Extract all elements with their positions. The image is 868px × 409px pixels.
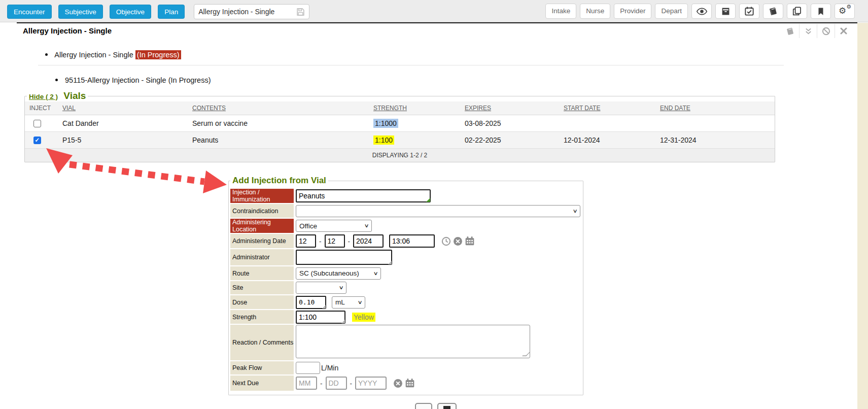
vial-name: P15-5: [62, 136, 192, 144]
col-start-date[interactable]: START DATE: [564, 105, 660, 112]
chevron-down-icon: ∨: [338, 285, 343, 290]
panel-book-button[interactable]: [781, 24, 799, 38]
status-sub-item: 95115-Allergy Injection - Single (In Pro…: [55, 76, 211, 84]
strength-input[interactable]: [296, 311, 345, 324]
copy-button[interactable]: [787, 4, 807, 19]
hide-vials-link[interactable]: Hide ( 2 ): [29, 93, 58, 100]
date-month-input[interactable]: [296, 234, 316, 248]
next-due-day-input[interactable]: [326, 377, 347, 390]
intake-button[interactable]: Intake: [545, 4, 576, 19]
clear-circle-icon[interactable]: [453, 236, 463, 246]
peak-flow-input[interactable]: [296, 362, 320, 374]
depart-button[interactable]: Depart: [655, 4, 688, 19]
col-inject: INJECT: [25, 105, 62, 112]
book-button[interactable]: [763, 4, 783, 19]
side-panel-edge: [857, 23, 868, 409]
archive-button[interactable]: [715, 4, 736, 19]
status-item-text: Allergy Injection - Single: [54, 51, 133, 59]
status-item: Allergy Injection - Single (In Progress): [45, 51, 181, 59]
inject-checkbox[interactable]: [33, 137, 41, 144]
archive-icon: [721, 7, 730, 16]
vials-section: Hide ( 2 ) Vials INJECT VIAL CONTENTS ST…: [24, 90, 775, 162]
encounter-button[interactable]: Encounter: [7, 5, 52, 19]
chevron-down-icon: ∨: [572, 209, 577, 214]
vial-start-date: 12-01-2024: [564, 136, 660, 144]
bottom-partial-save-button[interactable]: [437, 403, 457, 409]
settings-button[interactable]: ⚙⚙: [835, 4, 855, 19]
save-icon: [443, 406, 450, 409]
col-end-date[interactable]: END DATE: [660, 105, 775, 112]
calendar-check-icon: [745, 7, 754, 16]
vials-legend: Vials: [63, 90, 86, 101]
subjective-button[interactable]: Subjective: [58, 5, 103, 19]
bullet-dot: [45, 53, 48, 56]
vial-name: Cat Dander: [62, 119, 192, 127]
top-toolbar: Encounter Subjective Objective Plan Alle…: [0, 0, 868, 22]
chevron-down-icon: ∨: [357, 300, 362, 305]
chevron-down-icon: ∨: [373, 271, 378, 276]
vials-table: INJECT VIAL CONTENTS STRENGTH EXPIRES ST…: [25, 101, 775, 162]
reaction-comments-textarea[interactable]: [296, 325, 530, 358]
book-icon: [769, 7, 778, 16]
site-select[interactable]: ∨: [296, 282, 346, 294]
bookmark-icon: [817, 7, 825, 16]
inject-checkbox[interactable]: [33, 120, 41, 127]
date-day-input[interactable]: [325, 234, 345, 248]
site-label: Site: [230, 281, 294, 294]
settings-gears-icon: ⚙⚙: [839, 6, 850, 16]
next-due-label: Next Due: [230, 376, 294, 391]
table-row: Cat Dander Serum or vaccine 1:1000 03-08…: [25, 115, 775, 132]
document-title-box[interactable]: Allergy Injection - Single: [194, 4, 309, 19]
contraindication-select[interactable]: ∨: [296, 205, 580, 217]
dose-input[interactable]: [296, 296, 326, 309]
clock-icon[interactable]: [441, 236, 451, 246]
next-due-month-input[interactable]: [296, 377, 317, 390]
route-label: Route: [230, 266, 294, 280]
allergy-injection-panel: Allergy Injection - Single: [17, 22, 857, 409]
add-injection-legend: Add Injection from Vial: [230, 176, 328, 186]
divider: [38, 65, 784, 65]
add-injection-section: Add Injection from Vial Injection / Immu…: [228, 176, 583, 395]
page-title: Allergy Injection - Single: [23, 26, 112, 35]
dose-label: Dose: [230, 295, 294, 309]
peak-flow-label: Peak Flow: [230, 361, 294, 374]
strength-color-note: Yellow: [352, 313, 375, 322]
peak-flow-unit: L/Min: [321, 364, 338, 372]
save-icon[interactable]: [296, 8, 305, 16]
administering-location-label: Administering Location: [230, 219, 294, 233]
calendar-icon[interactable]: [465, 236, 475, 246]
plan-button[interactable]: Plan: [158, 5, 185, 19]
next-due-year-input[interactable]: [355, 377, 387, 390]
date-time-input[interactable]: [389, 234, 435, 248]
strength-value: 1:1000: [373, 119, 398, 128]
date-year-input[interactable]: [353, 234, 384, 248]
col-expires[interactable]: EXPIRES: [465, 105, 564, 112]
col-contents[interactable]: CONTENTS: [192, 105, 373, 112]
provider-button[interactable]: Provider: [614, 4, 651, 19]
panel-close-button[interactable]: [835, 24, 852, 38]
dose-unit-select[interactable]: mL ∨: [332, 296, 365, 309]
injection-input[interactable]: [296, 189, 431, 202]
calendar-icon[interactable]: [405, 378, 415, 388]
vials-header-row: INJECT VIAL CONTENTS STRENGTH EXPIRES ST…: [25, 101, 775, 115]
bottom-partial-button[interactable]: [415, 403, 432, 409]
eye-button[interactable]: [691, 4, 712, 19]
contraindication-label: Contraindication: [230, 204, 294, 218]
strength-label: Strength: [230, 310, 294, 324]
injection-label: Injection / Immunization: [230, 189, 294, 203]
bookmark-button[interactable]: [811, 4, 831, 19]
route-select[interactable]: SC (Subcutaneous) ∨: [296, 267, 381, 280]
document-title: Allergy Injection - Single: [198, 8, 292, 16]
administering-location-select[interactable]: Office ∨: [296, 220, 372, 232]
vial-expires: 02-22-2025: [465, 136, 564, 144]
clear-circle-icon[interactable]: [393, 379, 403, 388]
calendar-check-button[interactable]: [739, 4, 759, 19]
col-strength[interactable]: STRENGTH: [373, 105, 465, 112]
administrator-input[interactable]: [296, 250, 392, 265]
panel-disable-button[interactable]: [817, 24, 835, 38]
col-vial[interactable]: VIAL: [62, 105, 192, 112]
nurse-button[interactable]: Nurse: [580, 4, 610, 19]
administrator-label: Administrator: [230, 249, 294, 265]
panel-collapse-button[interactable]: [799, 24, 817, 38]
objective-button[interactable]: Objective: [110, 5, 151, 19]
